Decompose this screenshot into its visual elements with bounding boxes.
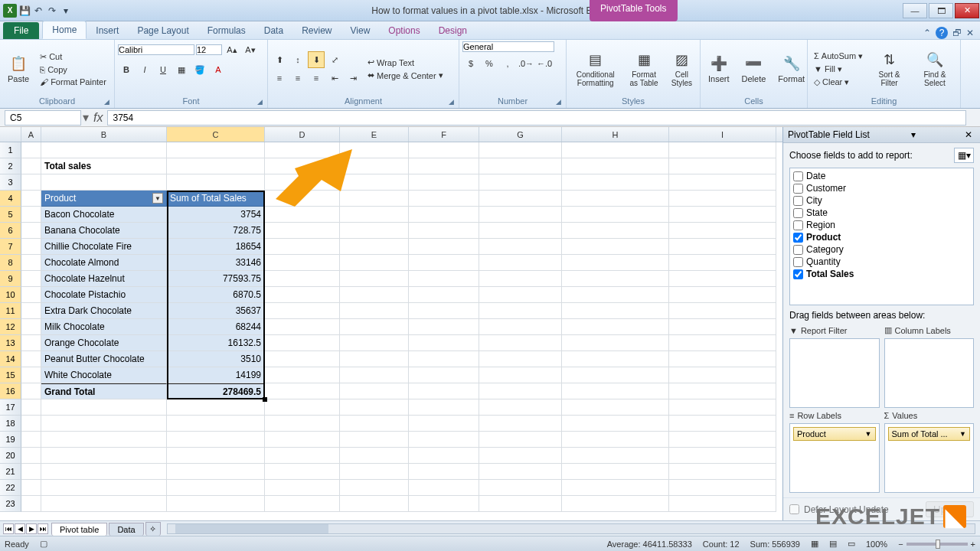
- font-color-button[interactable]: A: [210, 61, 227, 78]
- col-header-C[interactable]: C: [167, 127, 265, 142]
- row-header[interactable]: 15: [0, 367, 21, 383]
- font-size-combo[interactable]: [196, 44, 222, 55]
- underline-button[interactable]: U: [155, 61, 172, 78]
- cut-button[interactable]: ✂Cut: [37, 51, 109, 63]
- pivot-row-value[interactable]: 3754: [167, 207, 265, 223]
- zone-column-labels[interactable]: [884, 338, 975, 408]
- defer-layout-checkbox[interactable]: [789, 504, 799, 514]
- tab-nav-first-icon[interactable]: ⏮: [3, 523, 14, 534]
- format-cells-button[interactable]: 🔧Format: [773, 53, 809, 85]
- pivot-row-value[interactable]: 18654: [167, 239, 265, 255]
- tab-home[interactable]: Home: [42, 21, 87, 39]
- column-headers[interactable]: A B C D E F G H I: [0, 127, 782, 142]
- pivot-row-value[interactable]: 33146: [167, 255, 265, 271]
- delete-cells-button[interactable]: ➖Delete: [737, 53, 771, 85]
- cell-styles-button[interactable]: ▨Cell Styles: [667, 49, 697, 89]
- alignment-dialog-icon[interactable]: ◢: [449, 98, 454, 106]
- field-category[interactable]: Category: [792, 243, 972, 256]
- row-header[interactable]: 1: [0, 142, 21, 158]
- pivot-row-label[interactable]: Banana Chocolate: [41, 223, 167, 239]
- zoom-out-icon[interactable]: −: [898, 540, 903, 549]
- format-painter-button[interactable]: 🖌Format Painter: [37, 77, 109, 87]
- clear-button[interactable]: ◇Clear ▾: [811, 77, 866, 88]
- pivot-row-value[interactable]: 35637: [167, 303, 265, 319]
- row-header[interactable]: 10: [0, 287, 21, 303]
- zone-values[interactable]: Sum of Total ...▼: [884, 423, 975, 493]
- tab-data[interactable]: Data: [255, 22, 292, 39]
- pivot-row-value[interactable]: 68244: [167, 319, 265, 335]
- field-customer[interactable]: Customer: [792, 182, 972, 194]
- clipboard-dialog-icon[interactable]: ◢: [104, 98, 109, 106]
- wrap-text-button[interactable]: ↩Wrap Text: [364, 57, 446, 68]
- field-checkbox[interactable]: [793, 208, 803, 218]
- col-header-E[interactable]: E: [340, 127, 409, 142]
- sheet-tab-data[interactable]: Data: [109, 523, 143, 536]
- namebox-dropdown-icon[interactable]: ▾: [83, 110, 89, 125]
- conditional-formatting-button[interactable]: ▤Conditional Formatting: [570, 49, 621, 89]
- zone-row-labels[interactable]: Product▼: [789, 423, 880, 493]
- zoom-slider[interactable]: [906, 543, 968, 546]
- minimize-ribbon-icon[interactable]: ⌃: [923, 28, 931, 38]
- file-tab[interactable]: File: [3, 22, 39, 39]
- select-all-corner[interactable]: [0, 127, 21, 142]
- col-header-I[interactable]: I: [669, 127, 776, 142]
- align-right-icon[interactable]: ≡: [308, 70, 325, 86]
- autosum-button[interactable]: ΣAutoSum ▾: [811, 51, 866, 62]
- paste-button[interactable]: 📋Paste: [3, 53, 34, 85]
- format-as-table-button[interactable]: ▦Format as Table: [624, 49, 663, 89]
- comma-icon[interactable]: ,: [499, 55, 516, 72]
- row-header[interactable]: 8: [0, 255, 21, 271]
- chevron-down-icon[interactable]: ▼: [959, 430, 966, 438]
- pivot-row-label[interactable]: Extra Dark Chocolate: [41, 303, 167, 319]
- window-close-icon[interactable]: ✕: [966, 28, 974, 38]
- merge-center-button[interactable]: ⬌Merge & Center ▾: [364, 70, 446, 81]
- col-header-D[interactable]: D: [265, 127, 340, 142]
- increase-indent-icon[interactable]: ⇥: [345, 70, 361, 86]
- row-header[interactable]: 9: [0, 271, 21, 287]
- row-header[interactable]: 21: [0, 464, 21, 480]
- formula-input[interactable]: [107, 110, 966, 126]
- field-checkbox[interactable]: [793, 171, 803, 181]
- pivot-row-label[interactable]: White Chocolate: [41, 367, 167, 383]
- undo-icon[interactable]: ↶: [32, 5, 44, 17]
- field-product[interactable]: Product: [792, 231, 972, 243]
- number-format-combo[interactable]: [462, 41, 554, 52]
- field-state[interactable]: State: [792, 207, 972, 219]
- italic-button[interactable]: I: [136, 61, 153, 78]
- decrease-decimal-icon[interactable]: ←.0: [536, 55, 553, 72]
- field-checkbox[interactable]: [793, 220, 803, 230]
- field-city[interactable]: City: [792, 194, 972, 207]
- row-field-product[interactable]: Product▼: [793, 427, 876, 441]
- close-button[interactable]: ✕: [955, 3, 979, 18]
- col-header-A[interactable]: A: [21, 127, 41, 142]
- align-bottom-icon[interactable]: ⬇: [308, 51, 325, 68]
- tab-nav-last-icon[interactable]: ⏭: [38, 523, 48, 534]
- chevron-down-icon[interactable]: ▼: [865, 430, 872, 438]
- field-quantity[interactable]: Quantity: [792, 256, 972, 268]
- grand-total-label[interactable]: Grand Total: [41, 383, 167, 399]
- fill-handle[interactable]: [263, 397, 267, 402]
- pane-dropdown-icon[interactable]: ▾: [911, 129, 916, 140]
- row-header[interactable]: 22: [0, 480, 21, 496]
- pivot-row-label[interactable]: Peanut Butter Chocolate: [41, 351, 167, 367]
- pivot-row-value[interactable]: 728.75: [167, 223, 265, 239]
- window-restore-icon[interactable]: 🗗: [952, 28, 962, 38]
- pivot-row-value[interactable]: 77593.75: [167, 271, 265, 287]
- fill-color-button[interactable]: 🪣: [191, 61, 208, 78]
- field-total-sales[interactable]: Total Sales: [792, 268, 972, 280]
- decrease-font-icon[interactable]: A▾: [242, 41, 259, 58]
- pivot-row-label[interactable]: Chocolate Almond: [41, 255, 167, 271]
- sheet-tab-pivot[interactable]: Pivot table: [51, 523, 107, 536]
- pivot-row-value[interactable]: 3510: [167, 351, 265, 367]
- field-region[interactable]: Region: [792, 219, 972, 231]
- pivot-row-label[interactable]: Bacon Chocolate: [41, 207, 167, 223]
- orientation-icon[interactable]: ⤢: [326, 51, 343, 68]
- pivot-header-product[interactable]: Product▼: [41, 191, 167, 207]
- align-middle-icon[interactable]: ↕: [289, 51, 306, 68]
- macro-record-icon[interactable]: ▢: [40, 539, 47, 549]
- zoom-level[interactable]: 100%: [866, 540, 887, 549]
- tab-view[interactable]: View: [341, 22, 380, 39]
- row-header[interactable]: 5: [0, 207, 21, 223]
- tab-design[interactable]: Design: [430, 22, 476, 39]
- pivot-row-value[interactable]: 14199: [167, 367, 265, 383]
